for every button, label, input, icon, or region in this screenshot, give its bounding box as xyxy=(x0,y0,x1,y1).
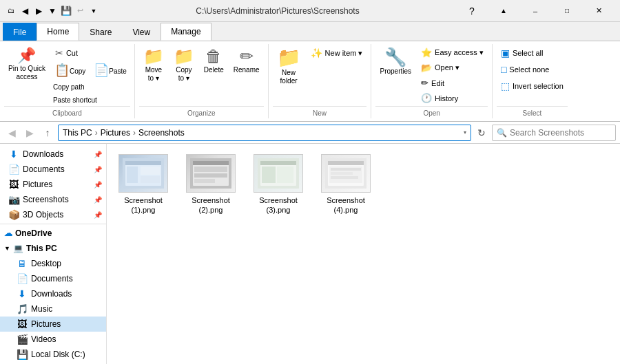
properties-button[interactable]: 🔧 Properties xyxy=(375,45,415,78)
copy-to-label: Copyto ▾ xyxy=(176,66,192,83)
tab-manage[interactable]: Manage xyxy=(161,23,211,41)
file-item-2[interactable]: Screenshot(2).png xyxy=(180,149,242,220)
paste-icon: 📄 xyxy=(94,64,109,76)
clipboard-buttons: 📌 Pin to Quickaccess ✂ Cut 📋 Copy 📄 Past… xyxy=(4,45,130,106)
sidebar-item-3dobjects[interactable]: 📦 3D Objects 📌 xyxy=(0,207,106,222)
edit-label: Edit xyxy=(431,79,444,87)
sidebar-label-music: Music xyxy=(31,304,52,314)
maximize-button[interactable]: □ xyxy=(551,0,583,22)
sidebar-onedrive[interactable]: ☁ OneDrive xyxy=(0,226,106,241)
sidebar-item-documents-pc[interactable]: 📄 Documents xyxy=(0,271,106,286)
copy-button[interactable]: 📋 Copy xyxy=(51,62,89,80)
sidebar-item-music[interactable]: 🎵 Music xyxy=(0,301,106,317)
save-icon[interactable]: 💾 xyxy=(61,6,72,17)
breadcrumb-thispc: This PC xyxy=(63,128,92,138)
open-group: 🔧 Properties ⭐ Easy access ▾ 📂 Open ▾ ✏ … xyxy=(371,44,492,118)
select-all-icon: ▣ xyxy=(501,47,510,58)
clipboard-group: 📌 Pin to Quickaccess ✂ Cut 📋 Copy 📄 Past… xyxy=(0,44,135,118)
file-item-4[interactable]: Screenshot(4).png xyxy=(315,149,377,220)
file-item-3[interactable]: Screenshot(3).png xyxy=(247,149,309,220)
tab-home[interactable]: Home xyxy=(37,23,79,41)
sidebar-label-pictures-pc: Pictures xyxy=(31,319,61,329)
sidebar-divider-1 xyxy=(0,224,106,224)
select-all-button[interactable]: ▣ Select all xyxy=(497,45,548,61)
videos-icon: 🎬 xyxy=(17,334,28,345)
svg-rect-16 xyxy=(277,167,293,183)
sidebar-item-downloads-pc[interactable]: ⬇ Downloads xyxy=(0,286,106,301)
delete-button[interactable]: 🗑 Delete xyxy=(200,45,228,76)
content-area: Screenshot(1).png Scr xyxy=(107,144,620,364)
sidebar: ⬇ Downloads 📌 📄 Documents 📌 🖼 Pictures 📌… xyxy=(0,144,107,364)
sidebar-item-pictures[interactable]: 🖼 Pictures 📌 xyxy=(0,177,106,192)
sidebar-item-documents[interactable]: 📄 Documents 📌 xyxy=(0,162,106,177)
sidebar-item-pictures-pc[interactable]: 🖼 Pictures xyxy=(0,317,106,332)
sidebar-item-videos[interactable]: 🎬 Videos xyxy=(0,332,106,347)
open-label: Open xyxy=(375,106,487,117)
svg-rect-22 xyxy=(331,172,353,175)
tab-view[interactable]: View xyxy=(122,23,161,41)
tab-manage-label: Manage xyxy=(171,27,200,36)
copy-path-button[interactable]: Copy path xyxy=(51,81,130,93)
sidebar-item-downloads[interactable]: ⬇ Downloads 📌 xyxy=(0,147,106,162)
paste-button[interactable]: 📄 Paste xyxy=(90,62,130,80)
open-small-col: ⭐ Easy access ▾ 📂 Open ▾ ✏ Edit 🕐 Histor… xyxy=(417,45,488,105)
new-folder-icon: 📁 xyxy=(277,48,301,67)
back-arrow-icon[interactable]: ◀ xyxy=(19,6,30,17)
help-button[interactable]: ? xyxy=(456,0,488,22)
invert-selection-button[interactable]: ⬚ Invert selection xyxy=(497,78,568,94)
expand-button[interactable]: ▲ xyxy=(488,0,519,22)
easy-access-button[interactable]: ⭐ Easy access ▾ xyxy=(417,45,488,60)
file-item-1[interactable]: Screenshot(1).png xyxy=(112,149,174,220)
copy-to-button[interactable]: 📁 Copyto ▾ xyxy=(169,45,198,85)
close-button[interactable]: ✕ xyxy=(583,0,614,22)
small-down-icon[interactable]: ▼ xyxy=(88,6,99,17)
up-button[interactable]: ↑ xyxy=(40,125,55,140)
sidebar-item-screenshots-qa[interactable]: 📷 Screenshots 📌 xyxy=(0,192,106,207)
pictures-pc-icon: 🖼 xyxy=(17,319,28,330)
select-none-label: Select none xyxy=(509,65,549,74)
documents-icon: 📄 xyxy=(8,164,19,175)
sidebar-item-desktop[interactable]: 🖥 Desktop xyxy=(0,256,106,271)
down-arrow-icon[interactable]: ▼ xyxy=(47,6,58,17)
minimize-button[interactable]: – xyxy=(519,0,551,22)
pin-indicator-5: 📌 xyxy=(94,211,102,219)
select-none-button[interactable]: □ Select none xyxy=(497,62,554,77)
move-to-button[interactable]: 📁 Moveto ▾ xyxy=(139,45,168,85)
history-button[interactable]: 🕐 History xyxy=(417,91,488,105)
cut-label: Cut xyxy=(66,49,78,57)
copy-icon: 📋 xyxy=(54,64,70,76)
cut-button[interactable]: ✂ Cut xyxy=(51,45,130,61)
tab-file[interactable]: File xyxy=(3,23,37,41)
breadcrumb-pictures[interactable]: Pictures xyxy=(101,128,130,138)
screenshot-thumb-svg-1 xyxy=(123,158,164,189)
screenshot-thumb-svg-3 xyxy=(258,158,299,189)
pin-to-quick-access-button[interactable]: 📌 Pin to Quickaccess xyxy=(4,45,50,84)
forward-arrow-icon[interactable]: ▶ xyxy=(33,6,44,17)
sidebar-thispc-header[interactable]: ▼ 💻 This PC xyxy=(0,241,106,256)
titlebar: 🗂 ◀ ▶ ▼ 💾 ↩ ▼ C:\Users\Administrator\Pic… xyxy=(0,0,620,22)
paste-shortcut-button[interactable]: Paste shortcut xyxy=(51,94,130,106)
search-input[interactable] xyxy=(510,128,606,138)
sidebar-item-localdisk[interactable]: 💾 Local Disk (C:) xyxy=(0,347,106,362)
tab-share[interactable]: Share xyxy=(79,23,122,41)
edit-button[interactable]: ✏ Edit xyxy=(417,76,488,90)
select-all-label: Select all xyxy=(513,49,544,57)
search-box[interactable]: 🔍 xyxy=(492,125,616,141)
downloads-icon: ⬇ xyxy=(8,149,19,160)
select-label: Select xyxy=(497,106,568,117)
new-group: 📁 Newfolder ✨ New item ▾ New xyxy=(269,44,372,118)
undo-icon[interactable]: ↩ xyxy=(74,6,85,17)
sidebar-label-documents-pc: Documents xyxy=(31,274,73,283)
new-item-button[interactable]: ✨ New item ▾ xyxy=(307,45,367,61)
forward-button: ▶ xyxy=(22,125,37,140)
sidebar-label-desktop: Desktop xyxy=(31,259,61,268)
open-button[interactable]: 📂 Open ▾ xyxy=(417,61,488,75)
svg-rect-5 xyxy=(141,176,160,183)
breadcrumb-screenshots[interactable]: Screenshots xyxy=(138,128,185,138)
new-folder-button[interactable]: 📁 Newfolder xyxy=(273,45,305,88)
refresh-button[interactable]: ↻ xyxy=(474,125,489,140)
file-thumb-2 xyxy=(186,154,236,193)
move-label: Moveto ▾ xyxy=(145,66,162,83)
breadcrumb[interactable]: This PC › Pictures › Screenshots ▾ xyxy=(58,125,471,141)
rename-button[interactable]: ✏ Rename xyxy=(229,45,264,76)
